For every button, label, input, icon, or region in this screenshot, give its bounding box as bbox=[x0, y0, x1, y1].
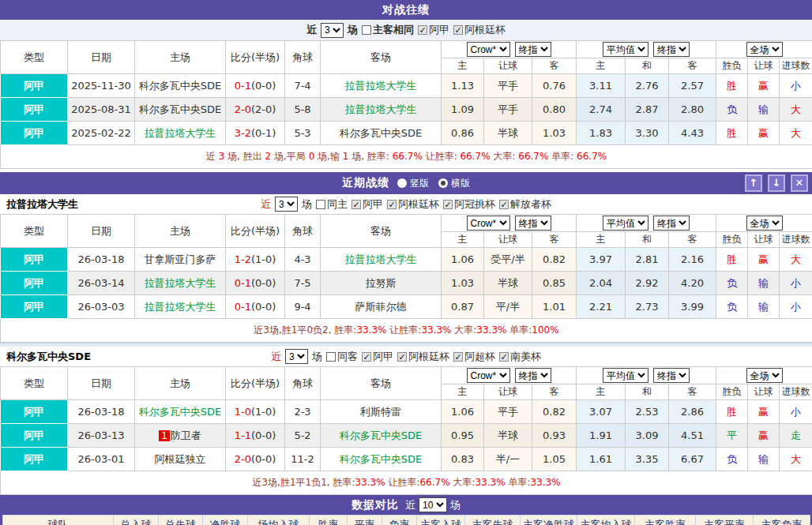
cell-result-outcome: 负 bbox=[716, 448, 748, 471]
avg-stage-select[interactable]: 终指 bbox=[653, 216, 690, 231]
col-score: 比分(半场) bbox=[226, 367, 285, 400]
table-row: 阿甲 26-03-01 阿根廷独立 2-0(0-0) 11-2 科尔多瓦中央SD… bbox=[1, 448, 812, 471]
cell-result-outcome: 负 bbox=[716, 272, 748, 295]
cell-date: 26-03-18 bbox=[68, 400, 135, 424]
checkbox-icon[interactable] bbox=[499, 352, 509, 362]
compare-header-bar: 数据对比 近 10 场 bbox=[0, 495, 812, 515]
cell-odds-away: 1.01 bbox=[532, 295, 577, 319]
cell-league: 阿甲 bbox=[1, 74, 68, 98]
col-odds-handicap: 让球 bbox=[484, 384, 532, 400]
fulltime-select[interactable]: 全场 bbox=[746, 216, 783, 231]
col-goals-against: 总失球 bbox=[159, 516, 203, 525]
checkbox-icon[interactable] bbox=[316, 200, 325, 209]
col-avg-home: 主 bbox=[577, 58, 626, 74]
col-date: 日期 bbox=[68, 41, 135, 74]
fulltime-select[interactable]: 全场 bbox=[746, 42, 783, 57]
checkbox-icon[interactable] bbox=[397, 352, 407, 362]
cell-score: 3-2(0-1) bbox=[226, 122, 285, 145]
checkbox-same-home[interactable]: 同主 bbox=[316, 197, 348, 212]
checkbox-same-home-away[interactable]: 主客相同 bbox=[362, 23, 414, 37]
radio-icon[interactable] bbox=[438, 178, 448, 188]
radio-vertical-layout[interactable]: 竖版 bbox=[397, 177, 429, 190]
cell-league: 阿甲 bbox=[1, 448, 68, 471]
checkbox-cup-argentina[interactable]: 阿根廷杯 bbox=[397, 350, 449, 364]
checkbox-icon[interactable] bbox=[443, 200, 453, 209]
cell-odds-handicap: 平手 bbox=[484, 74, 532, 98]
checkbox-icon[interactable] bbox=[418, 25, 427, 35]
odds-stage-select[interactable]: 终指 bbox=[515, 42, 551, 57]
cell-corner: 2-3 bbox=[285, 400, 321, 424]
col-ha-loss-rate: 主客负率 bbox=[754, 516, 810, 525]
team2-table: 类型 日期 主场 比分(半场) 角球 客场 Crow*终指 平均值终指 全场 主… bbox=[0, 366, 812, 495]
odds-company-select[interactable]: Crow* bbox=[467, 42, 510, 57]
avg-select[interactable]: 平均值 bbox=[603, 368, 648, 383]
avg-select[interactable]: 平均值 bbox=[603, 42, 648, 57]
close-icon[interactable]: ✕ bbox=[791, 174, 808, 192]
col-odds-handicap: 让球 bbox=[484, 58, 532, 74]
avg-stage-select[interactable]: 终指 bbox=[653, 42, 690, 57]
odds-stage-select[interactable]: 终指 bbox=[515, 216, 551, 231]
checkbox-icon[interactable] bbox=[362, 352, 371, 362]
table-row: 阿甲 26-03-03 拉普拉塔大学生 0-1(0-0) 9-4 萨斯菲尔德 0… bbox=[1, 295, 812, 319]
cell-result-goals: 大 bbox=[780, 122, 812, 145]
avg-stage-select[interactable]: 终指 bbox=[653, 368, 690, 383]
team1-filter-bar: 拉普拉塔大学生 近 3 场 同主 阿甲 阿根廷杯 阿冠挑杯 解放者杯 bbox=[0, 194, 812, 214]
cell-result-goals: 大 bbox=[780, 248, 812, 272]
col-home: 主场 bbox=[135, 41, 226, 74]
cell-score: 2-0(0-0) bbox=[226, 448, 285, 471]
cell-odds-away: 0.82 bbox=[532, 400, 577, 424]
checkbox-icon[interactable] bbox=[326, 352, 336, 362]
cell-league: 阿甲 bbox=[1, 424, 68, 448]
checkbox-icon[interactable] bbox=[499, 200, 509, 209]
checkbox-cup-supercup[interactable]: 阿超杯 bbox=[453, 350, 495, 364]
summary-row: 近 3 场, 胜出 2 场,平局 0 场,输 1 场, 胜率: 66.7% 让胜… bbox=[1, 145, 812, 169]
avg-select[interactable]: 平均值 bbox=[603, 216, 648, 231]
cell-avg-draw: 2.76 bbox=[626, 74, 669, 98]
cell-result-outcome: 平 bbox=[716, 424, 748, 448]
radio-horizontal-layout[interactable]: 横版 bbox=[438, 177, 470, 190]
h2h-recent-count-select[interactable]: 3 bbox=[321, 23, 344, 38]
cell-league: 阿甲 bbox=[1, 295, 68, 319]
cell-odds-handicap: 半球 bbox=[484, 272, 532, 295]
cell-home: 拉普拉塔大学生 bbox=[135, 122, 226, 145]
cell-avg-home: 3.97 bbox=[577, 248, 626, 272]
h2h-filter-bar: 近 3 场 主客相同 阿甲 阿根廷杯 bbox=[0, 20, 812, 40]
team1-name: 拉普拉塔大学生 bbox=[6, 197, 78, 212]
checkbox-same-away[interactable]: 同客 bbox=[326, 350, 358, 364]
team2-recent-count-select[interactable]: 3 bbox=[285, 349, 308, 364]
team1-recent-count-select[interactable]: 3 bbox=[275, 197, 298, 212]
fulltime-select[interactable]: 全场 bbox=[746, 368, 783, 383]
cell-away: 拉努斯 bbox=[321, 272, 442, 295]
checkbox-cup-aguantiaobei[interactable]: 阿冠挑杯 bbox=[443, 197, 495, 212]
checkbox-cup-sudamericana[interactable]: 南美杯 bbox=[499, 350, 541, 364]
compare-recent-count-select[interactable]: 10 bbox=[419, 497, 447, 512]
checkbox-icon[interactable] bbox=[453, 352, 463, 362]
odds-company-select[interactable]: Crow* bbox=[467, 368, 510, 383]
table-row: 阿甲 2025-02-22 拉普拉塔大学生 3-2(0-1) 5-3 科尔多瓦中… bbox=[1, 122, 812, 145]
cell-avg-away: 2.80 bbox=[669, 98, 716, 122]
checkbox-cup-argentina[interactable]: 阿根廷杯 bbox=[453, 23, 506, 37]
checkbox-icon[interactable] bbox=[453, 25, 463, 35]
checkbox-icon[interactable] bbox=[351, 200, 361, 209]
cell-away: 拉普拉塔大学生 bbox=[321, 248, 442, 272]
odds-company-select[interactable]: Crow* bbox=[467, 216, 510, 231]
col-odds-home: 主 bbox=[442, 384, 484, 400]
up-arrow-icon[interactable]: ↑ bbox=[745, 174, 762, 192]
radio-icon[interactable] bbox=[397, 178, 407, 188]
col-ha-goal-diff: 主客净胜球 bbox=[521, 516, 577, 525]
cell-avg-draw: 2.87 bbox=[626, 98, 669, 122]
checkbox-league-ajia[interactable]: 阿甲 bbox=[362, 350, 393, 364]
odds-stage-select[interactable]: 终指 bbox=[515, 368, 551, 383]
cell-odds-handicap: 半球 bbox=[484, 122, 532, 145]
cell-away: 萨斯菲尔德 bbox=[321, 295, 442, 319]
down-arrow-icon[interactable]: ↓ bbox=[768, 174, 785, 192]
checkbox-league-ajia[interactable]: 阿甲 bbox=[351, 197, 383, 212]
checkbox-cup-libertadores[interactable]: 解放者杯 bbox=[499, 197, 551, 212]
checkbox-league-ajia[interactable]: 阿甲 bbox=[418, 23, 449, 37]
table-row: 阿甲 26-03-18 科尔多瓦中央SDE 1-0(1-0) 2-3 利斯特雷 … bbox=[1, 400, 812, 424]
cell-result-handicap: 输 bbox=[748, 272, 780, 295]
checkbox-icon[interactable] bbox=[387, 200, 397, 209]
cell-home: 1防卫者 bbox=[135, 424, 226, 448]
checkbox-icon[interactable] bbox=[362, 25, 371, 35]
checkbox-cup-argentina[interactable]: 阿根廷杯 bbox=[387, 197, 439, 212]
